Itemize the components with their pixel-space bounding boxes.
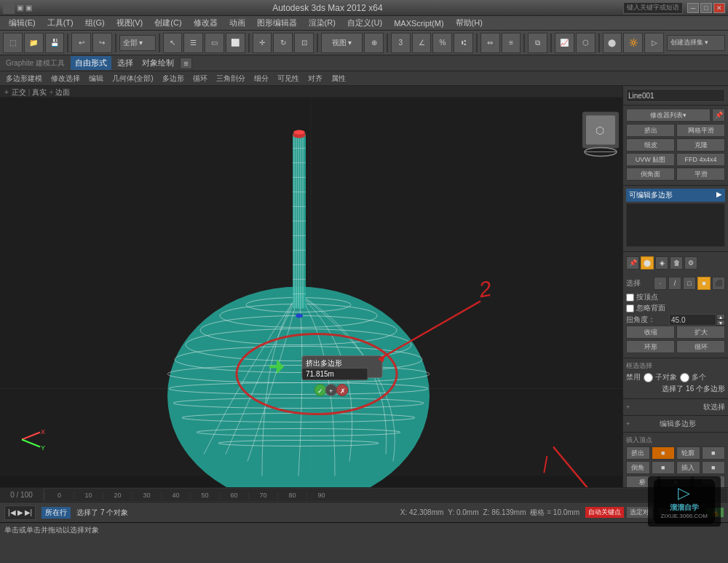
sub-geometry-all[interactable]: 几何体(全部) <box>109 73 157 84</box>
selection-filter-dropdown[interactable]: 全部 ▾ <box>119 35 156 51</box>
menu-tools[interactable]: 工具(T) <box>41 16 79 30</box>
clone-button[interactable]: 克隆 <box>676 138 725 151</box>
tab-select[interactable]: 选择 <box>114 56 136 70</box>
schematic-view[interactable]: ⬡ <box>576 33 596 53</box>
by-vertex-input[interactable] <box>626 294 634 302</box>
skin-button[interactable]: 细皮 <box>626 138 675 151</box>
align-button[interactable]: ≡ <box>502 33 521 53</box>
go-to-end-button[interactable]: ▶| <box>25 508 33 516</box>
sub-subdivide[interactable]: 细分 <box>251 73 272 84</box>
window-crossing-button[interactable]: ⬜ <box>226 33 245 53</box>
redo-button[interactable]: ↪ <box>92 33 112 53</box>
chamfer-face-button[interactable]: 倒角面 <box>626 168 675 181</box>
select-name-button[interactable]: ☰ <box>183 33 203 53</box>
rect-select-button[interactable]: ▭ <box>205 33 224 53</box>
snap-toggle[interactable]: 3 <box>391 33 411 53</box>
meshsmooth-button[interactable]: 网格平滑 <box>676 124 725 137</box>
show-end-result-button[interactable]: ⬤ <box>641 256 654 269</box>
sub-polygon-modeling[interactable]: 多边形建模 <box>3 73 45 84</box>
window-controls[interactable]: ─ □ ✕ <box>687 3 725 13</box>
menu-group[interactable]: 组(G) <box>79 16 111 30</box>
render-button[interactable]: ▷ <box>644 33 664 53</box>
sub-edit[interactable]: 编辑 <box>86 73 106 84</box>
named-selection-dropdown[interactable]: 创建选择集 ▾ <box>667 35 725 51</box>
make-unique-button[interactable]: ◈ <box>655 256 668 269</box>
new-scene-button[interactable]: ⬚ <box>3 33 23 53</box>
menu-edit[interactable]: 编辑(E) <box>3 16 41 30</box>
border-icon[interactable]: □ <box>683 277 696 290</box>
loop-button[interactable]: 循环 <box>676 340 725 353</box>
extrude-modifier-button[interactable]: 挤出 <box>626 124 675 137</box>
insert-settings-button[interactable]: ■ <box>702 461 726 474</box>
soft-select-section[interactable]: + 软选择 <box>623 399 728 416</box>
ignore-backface-input[interactable] <box>626 304 634 312</box>
mirror-button[interactable]: ⇔ <box>480 33 500 53</box>
curve-editor[interactable]: 📈 <box>555 33 574 53</box>
child-radio-input[interactable] <box>644 373 653 382</box>
auto-key-button[interactable]: 自动关键点 <box>585 507 624 518</box>
outline-settings-button[interactable]: ■ <box>702 446 726 460</box>
close-button[interactable]: ✕ <box>713 3 725 13</box>
edge-icon[interactable]: / <box>668 277 681 290</box>
sub-modify-select[interactable]: 修改选择 <box>48 73 83 84</box>
flat-button[interactable]: 平滑 <box>676 168 725 181</box>
tab-object-paint[interactable]: 对象绘制 <box>139 56 177 70</box>
save-button[interactable]: 💾 <box>45 33 65 53</box>
pin-stack-button[interactable]: 📌 <box>626 256 639 269</box>
remove-modifier-button[interactable]: 🗑 <box>670 256 683 269</box>
pivot-button[interactable]: ⊕ <box>364 33 384 53</box>
by-vertex-checkbox[interactable]: 按顶点 <box>626 292 725 302</box>
sub-visibility[interactable]: 可见性 <box>274 73 302 84</box>
timeline-track[interactable]: 0 10 20 30 40 50 60 70 80 90 <box>44 488 728 502</box>
undo-button[interactable]: ↩ <box>71 33 91 53</box>
ring-button[interactable]: 环形 <box>626 340 675 353</box>
rotate-button[interactable]: ↻ <box>273 33 293 53</box>
minimize-button[interactable]: ─ <box>687 3 699 13</box>
select-button[interactable]: ↖ <box>163 33 183 53</box>
sub-triangulate[interactable]: 三角剖分 <box>213 73 248 84</box>
maximize-button[interactable]: □ <box>700 3 712 13</box>
playback-controls[interactable]: |◀ ▶ ▶| <box>4 505 36 520</box>
play-button[interactable]: ▶ <box>17 508 23 516</box>
sub-align[interactable]: 对齐 <box>305 73 325 84</box>
scale-button[interactable]: ⊡ <box>294 33 314 53</box>
percent-snap[interactable]: % <box>432 33 452 53</box>
angle-snap[interactable]: ∠ <box>412 33 432 53</box>
viewport-3d[interactable]: + 正交 | 真实 + 边面 <box>0 86 622 487</box>
configure-modifier-sets[interactable]: ⚙ <box>684 256 697 269</box>
multi-radio[interactable]: 多个 <box>680 372 706 382</box>
menu-render[interactable]: 渲染(R) <box>303 16 341 30</box>
layer-manager[interactable]: ⧉ <box>528 33 547 53</box>
angle-spin-down[interactable]: ▼ <box>716 320 725 326</box>
multi-radio-input[interactable] <box>680 373 689 382</box>
ignore-backface-checkbox[interactable]: 忽略背面 <box>626 303 725 313</box>
vertex-icon[interactable]: · <box>654 277 667 290</box>
spinner-snap[interactable]: ⑆ <box>454 33 473 53</box>
modifier-list-dropdown[interactable]: 修改器列表 ▾ <box>626 109 711 122</box>
menu-graph-editor[interactable]: 图形编辑器 <box>251 16 303 30</box>
render-setup[interactable]: 🔆 <box>623 33 643 53</box>
stack-item-editable-poly[interactable]: 可编辑多边形 ▶ <box>626 189 725 202</box>
menu-customize[interactable]: 自定义(U) <box>341 16 388 30</box>
go-to-start-button[interactable]: |◀ <box>8 508 16 516</box>
bevel-button[interactable]: 倒角 <box>626 461 650 474</box>
outline-button[interactable]: 轮廓 <box>676 446 700 460</box>
menu-animation[interactable]: 动画 <box>223 16 251 30</box>
graphite-options[interactable]: ≡ <box>180 58 191 69</box>
polygon-icon[interactable]: ■ <box>697 277 711 290</box>
menu-view[interactable]: 视图(V) <box>111 16 149 30</box>
element-icon[interactable]: ⬛ <box>712 277 725 290</box>
insert-button[interactable]: 插入 <box>676 461 700 474</box>
sub-properties[interactable]: 属性 <box>328 73 349 84</box>
grow-button[interactable]: 扩大 <box>676 326 725 339</box>
bevel-settings-button[interactable]: ■ <box>652 461 676 474</box>
sub-polygon[interactable]: 多边形 <box>159 73 187 84</box>
move-button[interactable]: ✛ <box>253 33 272 53</box>
angle-spin-up[interactable]: ▲ <box>716 314 725 320</box>
extrude-settings-button[interactable]: ■ <box>652 446 676 460</box>
shrink-button[interactable]: 收缩 <box>626 326 675 339</box>
extrude-tool-button[interactable]: 挤出 <box>626 446 650 460</box>
sub-loop[interactable]: 循环 <box>190 73 210 84</box>
child-object-radio[interactable]: 子对象 <box>644 372 677 382</box>
ffd-button[interactable]: FFD 4x4x4 <box>676 153 725 166</box>
